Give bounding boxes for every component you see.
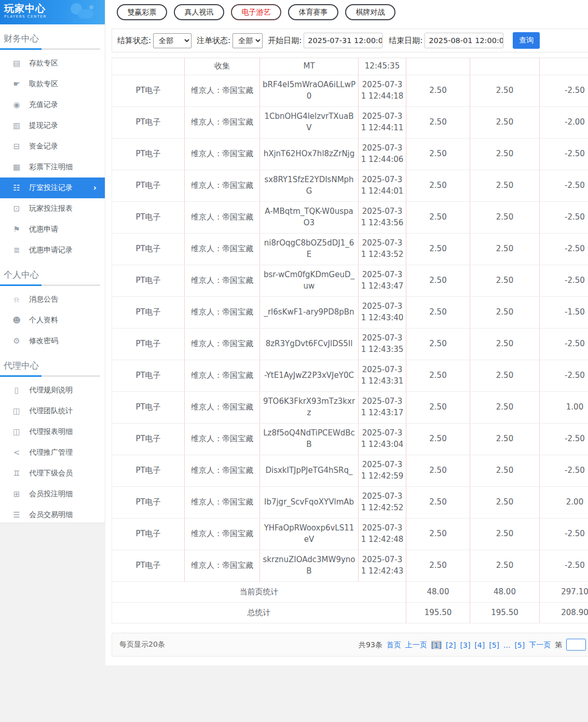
deposit-card-icon: ▤	[11, 59, 22, 68]
cell-order-id: hXjnT62HOx7hl8zZrNjg	[260, 139, 359, 170]
page-summary-row: 当前页统计 48.00 48.00 297.10	[112, 582, 588, 603]
cell-game-name: 维京人：帝国宝藏	[185, 139, 260, 170]
cell-profit: -2.50	[540, 550, 588, 582]
cell-game-name: 维京人：帝国宝藏	[185, 360, 260, 392]
first-page-link[interactable]: 首页	[387, 640, 401, 649]
cell-valid-bet: 2.50	[470, 424, 540, 455]
cell-profit: -2.50	[540, 519, 588, 550]
sidebar-item-资金记录[interactable]: ⊟资金记录	[0, 136, 105, 157]
sidebar-item-充值记录[interactable]: ◉充值记录	[0, 94, 105, 115]
settle-status-select[interactable]: 全部	[153, 33, 192, 48]
pagination-ellipsis: ...	[503, 641, 510, 649]
cell-bet-time: 2025-07-31 12:42:43	[359, 550, 406, 582]
total-summary-profit: 208.90	[540, 603, 588, 623]
sidebar-item-优惠申请记录[interactable]: ≣优惠申请记录	[0, 240, 105, 261]
sidebar-item-代理团队统计[interactable]: ◫代理团队统计	[0, 401, 105, 421]
nav-tab-电子游艺[interactable]: 电子游艺	[231, 4, 281, 20]
cell-game-name: 维京人：帝国宝藏	[185, 392, 260, 424]
cell-bet-time: 2025-07-31 12:43:47	[359, 265, 406, 297]
nav-tab-棋牌对战[interactable]: 棋牌对战	[345, 4, 395, 20]
cell-bet-amount	[406, 58, 470, 75]
cell-order-id: MT	[260, 58, 359, 75]
sidebar-item-代理规则说明[interactable]: ▯代理规则说明	[0, 380, 105, 401]
withdraw-record-icon: ▥	[11, 121, 22, 130]
sidebar-item-label: 存款专区	[29, 59, 58, 68]
next-page-link[interactable]: 下一页	[529, 640, 551, 649]
sidebar-item-label: 代理团队统计	[29, 406, 73, 416]
sidebar-item-label: 厅室投注记录	[29, 183, 73, 193]
promo-apply-record-icon: ≣	[11, 246, 22, 255]
order-status-select[interactable]: 全部	[233, 33, 263, 48]
table-row: PT电子维京人：帝国宝藏9TO6K3FkrX93mTz3kxrz2025-07-…	[112, 392, 588, 424]
sidebar-item-label: 消息公告	[29, 295, 58, 304]
page-summary-profit: 297.10	[540, 582, 588, 603]
sidebar-menu: ⍾消息公告☻个人资料⚙修改密码	[0, 289, 105, 351]
page-summary-valid: 48.00	[470, 582, 540, 603]
sidebar-item-个人资料[interactable]: ☻个人资料	[0, 310, 105, 331]
cell-valid-bet	[470, 58, 540, 75]
sidebar-item-label: 代理规则说明	[29, 386, 73, 395]
cell-profit: -1.50	[540, 297, 588, 329]
sidebar-section-title: 财务中心	[4, 33, 100, 45]
cell-game-type: PT电子	[112, 455, 185, 487]
cell-bet-time: 2025-07-31 12:43:35	[359, 329, 406, 360]
cell-order-id: sx8RY1SfzE2YDIsNMphG	[260, 170, 359, 202]
chevron-right-icon: ›	[93, 184, 97, 192]
page-link-4[interactable]: [4]	[474, 641, 485, 649]
sidebar-section-title: 个人中心	[4, 269, 100, 281]
cell-game-type: PT电子	[112, 329, 185, 360]
share-icon: <	[11, 448, 22, 457]
sidebar-item-代理下级会员[interactable]: ♊代理下级会员	[0, 463, 105, 484]
total-summary-row: 总统计 195.50 195.50 208.90	[112, 603, 588, 623]
sidebar-item-代理推广管理[interactable]: <代理推广管理	[0, 442, 105, 463]
end-date-input[interactable]	[425, 33, 503, 48]
sidebar-item-会员交易明细[interactable]: ☰会员交易明细	[0, 505, 105, 525]
cell-valid-bet: 2.50	[470, 202, 540, 234]
table-row: PT电子维京人：帝国宝藏_rl6sKwF1-ary9PD8pBn2025-07-…	[112, 297, 588, 329]
nav-tab-雙赢彩票[interactable]: 雙赢彩票	[117, 4, 167, 20]
cell-profit	[540, 58, 588, 75]
sidebar-item-label: 修改密码	[29, 336, 58, 346]
settle-status-label: 结算状态:	[117, 36, 151, 46]
page-link-1[interactable]: [1]	[431, 641, 442, 649]
cell-bet-time: 2025-07-31 12:43:40	[359, 297, 406, 329]
sidebar-item-存款专区[interactable]: ▤存款专区	[0, 53, 105, 74]
page-link-5[interactable]: [5]	[489, 641, 499, 649]
sidebar-item-代理报表明细[interactable]: ◫代理报表明细	[0, 421, 105, 442]
table-row: PT电子维京人：帝国宝藏YHFaOpRWooxp6vLS11eV2025-07-…	[112, 519, 588, 550]
cell-valid-bet: 2.50	[470, 360, 540, 392]
sidebar-item-取款专区[interactable]: ☛取款专区	[0, 74, 105, 94]
sidebar-item-玩家投注报表[interactable]: ⊡玩家投注报表	[0, 198, 105, 219]
page-link-3[interactable]: [3]	[460, 641, 471, 649]
table-row: PT电子维京人：帝国宝藏bRF4eI5mWraOA6iLLwP02025-07-…	[112, 75, 588, 107]
prev-page-link[interactable]: 上一页	[405, 640, 427, 649]
last-page-link[interactable]: [5]	[514, 641, 525, 649]
jump-page-input[interactable]	[566, 639, 586, 651]
sidebar-item-label: 优惠申请记录	[29, 246, 73, 255]
sidebar-item-消息公告[interactable]: ⍾消息公告	[0, 289, 105, 310]
sidebar-item-彩票下注明细[interactable]: ▦彩票下注明细	[0, 157, 105, 178]
cell-game-name: 维京人：帝国宝藏	[185, 519, 260, 550]
player-bet-report-icon: ⊡	[11, 204, 22, 213]
nav-tab-体育赛事[interactable]: 体育赛事	[288, 4, 338, 20]
cell-bet-time: 2025-07-31 12:44:01	[359, 170, 406, 202]
withdraw-hand-icon: ☛	[11, 79, 22, 89]
sidebar-item-label: 会员投注明细	[29, 489, 73, 499]
cell-game-type: PT电子	[112, 234, 185, 265]
sidebar-item-会员投注明细[interactable]: ⊞会员投注明细	[0, 484, 105, 505]
cell-bet-amount: 2.50	[406, 550, 470, 582]
sidebar-item-厅室投注记录[interactable]: ☷厅室投注记录›	[0, 178, 105, 198]
sidebar-item-优惠申请[interactable]: ⚑优惠申请	[0, 219, 105, 240]
sidebar-item-修改密码[interactable]: ⚙修改密码	[0, 331, 105, 351]
sidebar-item-提现记录[interactable]: ▥提现记录	[0, 115, 105, 136]
search-button[interactable]: 查询	[513, 32, 540, 49]
sidebar: 玩家中心 PLAYERS CENTER 财务中心▤存款专区☛取款专区◉充值记录▥…	[0, 0, 105, 523]
cell-bet-amount: 2.50	[406, 519, 470, 550]
nav-tab-真人视讯[interactable]: 真人视讯	[174, 4, 224, 20]
person-icon: ☻	[11, 316, 22, 325]
cell-game-name: 维京人：帝国宝藏	[185, 75, 260, 107]
main-content-panel: 雙赢彩票真人视讯电子游艺体育赛事棋牌对战 结算状态: 全部 注单状态: 全部 开…	[105, 0, 588, 665]
sidebar-item-label: 充值记录	[29, 100, 58, 110]
page-link-2[interactable]: [2]	[446, 641, 456, 649]
start-date-input[interactable]	[304, 33, 382, 48]
